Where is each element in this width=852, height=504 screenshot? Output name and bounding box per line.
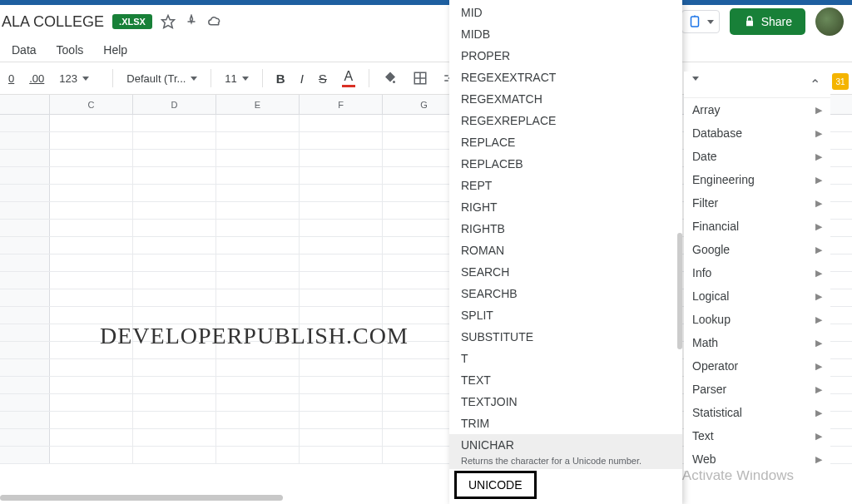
function-item-rightb[interactable]: RIGHTB xyxy=(449,218,682,240)
category-label: Engineering xyxy=(692,173,755,186)
function-item-t[interactable]: T xyxy=(449,348,682,369)
fill-color-button[interactable] xyxy=(378,67,403,89)
col-head-d[interactable]: D xyxy=(133,95,216,114)
function-item-unicode[interactable]: UNICODE xyxy=(454,471,537,499)
increase-decimal-button[interactable]: .00 xyxy=(24,69,49,88)
category-label: Text xyxy=(692,429,714,442)
chevron-right-icon: ▶ xyxy=(815,198,822,209)
watermark-text: DEVELOPERPUBLISH.COM xyxy=(100,323,409,349)
function-item-substitute[interactable]: SUBSTITUTE xyxy=(449,326,682,348)
function-item-replace[interactable]: REPLACE xyxy=(449,131,682,153)
document-title[interactable]: ALA COLLEGE xyxy=(2,13,104,31)
share-button[interactable]: Share xyxy=(730,8,805,35)
col-head-c[interactable]: C xyxy=(50,95,133,114)
chevron-down-icon xyxy=(191,77,197,81)
category-item-web[interactable]: Web▶ xyxy=(684,447,830,471)
function-category-menu: ⌃ Array▶Database▶Date▶Engineering▶Filter… xyxy=(684,72,830,471)
chevron-right-icon: ▶ xyxy=(815,175,822,185)
category-label: Info xyxy=(692,266,711,279)
category-item-filter[interactable]: Filter▶ xyxy=(684,191,830,215)
function-item-regexreplace[interactable]: REGEXREPLACE xyxy=(449,110,682,131)
chevron-down-icon[interactable] xyxy=(692,77,699,81)
category-item-statistical[interactable]: Statistical▶ xyxy=(684,401,830,424)
menu-help[interactable]: Help xyxy=(103,43,127,57)
category-item-date[interactable]: Date▶ xyxy=(684,145,830,168)
col-head-e[interactable]: E xyxy=(216,95,300,114)
star-icon[interactable] xyxy=(161,14,176,29)
number-format-dropdown[interactable]: 123 xyxy=(54,69,104,88)
category-item-array[interactable]: Array▶ xyxy=(684,98,830,121)
function-item-split[interactable]: SPLIT xyxy=(449,304,682,326)
function-item-regexextract[interactable]: REGEXEXTRACT xyxy=(449,67,682,88)
function-item-mid[interactable]: MID xyxy=(449,2,682,23)
history-dropdown[interactable] xyxy=(681,10,720,33)
category-item-text[interactable]: Text▶ xyxy=(684,424,830,447)
paint-bucket-icon xyxy=(383,71,398,86)
menu-data[interactable]: Data xyxy=(12,43,37,57)
chevron-right-icon: ▶ xyxy=(815,245,822,255)
scrollbar-vertical[interactable] xyxy=(677,233,682,349)
chevron-right-icon: ▶ xyxy=(815,338,822,348)
chevron-right-icon: ▶ xyxy=(815,361,822,372)
category-item-parser[interactable]: Parser▶ xyxy=(684,378,830,401)
function-item-midb[interactable]: MIDB xyxy=(449,23,682,45)
category-label: Parser xyxy=(692,383,726,396)
cloud-icon[interactable] xyxy=(207,14,222,29)
borders-icon xyxy=(413,71,428,86)
col-head-f[interactable]: F xyxy=(300,95,383,114)
bold-button[interactable]: B xyxy=(271,68,290,89)
menubar: Data Tools Help xyxy=(0,38,852,62)
chevron-right-icon: ▶ xyxy=(815,408,822,418)
function-item-rept[interactable]: REPT xyxy=(449,175,682,196)
category-item-database[interactable]: Database▶ xyxy=(684,121,830,145)
category-item-logical[interactable]: Logical▶ xyxy=(684,284,830,308)
chevron-right-icon: ▶ xyxy=(815,384,822,395)
category-item-lookup[interactable]: Lookup▶ xyxy=(684,308,830,331)
function-item-regexmatch[interactable]: REGEXMATCH xyxy=(449,88,682,110)
borders-button[interactable] xyxy=(408,67,433,89)
chevron-right-icon: ▶ xyxy=(815,291,822,302)
category-item-operator[interactable]: Operator▶ xyxy=(684,354,830,378)
svg-marker-0 xyxy=(161,16,174,28)
function-item-searchb[interactable]: SEARCHB xyxy=(449,283,682,304)
category-label: Financial xyxy=(692,220,739,233)
collapse-icon[interactable]: ⌃ xyxy=(806,77,824,92)
chevron-right-icon: ▶ xyxy=(815,151,822,162)
chevron-down-icon xyxy=(82,77,89,81)
scrollbar-horizontal[interactable] xyxy=(0,495,283,501)
chevron-right-icon: ▶ xyxy=(815,268,822,279)
col-head-blank xyxy=(0,95,50,114)
move-icon[interactable] xyxy=(184,14,199,29)
function-item-roman[interactable]: ROMAN xyxy=(449,240,682,261)
menu-tools[interactable]: Tools xyxy=(57,43,84,57)
category-item-info[interactable]: Info▶ xyxy=(684,261,830,284)
italic-button[interactable]: I xyxy=(295,68,309,89)
category-label: Operator xyxy=(692,359,738,373)
strikethrough-button[interactable]: S xyxy=(314,68,332,89)
avatar[interactable] xyxy=(815,7,844,36)
text-color-button[interactable]: A xyxy=(337,66,360,91)
function-item-trim[interactable]: TRIM xyxy=(449,413,682,434)
category-item-engineering[interactable]: Engineering▶ xyxy=(684,168,830,191)
chevron-right-icon: ▶ xyxy=(815,221,822,232)
calendar-icon[interactable]: 31 xyxy=(832,73,849,90)
function-item-textjoin[interactable]: TEXTJOIN xyxy=(449,391,682,413)
function-item-right[interactable]: RIGHT xyxy=(449,196,682,218)
font-size-dropdown[interactable]: 11 xyxy=(220,69,253,88)
chevron-right-icon: ▶ xyxy=(815,128,822,139)
function-item-replaceb[interactable]: REPLACEB xyxy=(449,153,682,175)
decrease-decimal-button[interactable]: 0 xyxy=(3,69,19,88)
category-item-financial[interactable]: Financial▶ xyxy=(684,215,830,238)
function-item-text[interactable]: TEXT xyxy=(449,369,682,391)
font-family-dropdown[interactable]: Default (Tr... xyxy=(121,69,202,88)
category-item-math[interactable]: Math▶ xyxy=(684,331,830,354)
svg-rect-2 xyxy=(746,21,753,27)
category-label: Date xyxy=(692,150,717,163)
category-label: Logical xyxy=(692,289,729,303)
function-item-proper[interactable]: PROPER xyxy=(449,45,682,67)
function-item-search[interactable]: SEARCH xyxy=(449,261,682,283)
chevron-down-icon xyxy=(707,20,714,24)
category-label: Statistical xyxy=(692,406,742,419)
category-item-google[interactable]: Google▶ xyxy=(684,238,830,261)
function-item-unichar[interactable]: UNICHAR xyxy=(449,434,682,456)
